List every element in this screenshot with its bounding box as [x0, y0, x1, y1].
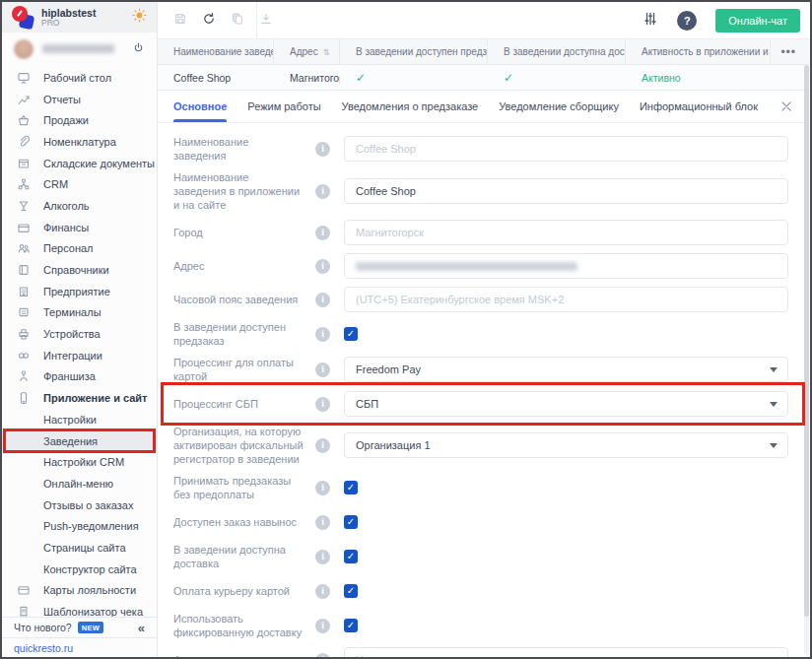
- sidebar-item-desktop[interactable]: Рабочий стол: [2, 67, 157, 89]
- close-icon[interactable]: [780, 91, 792, 122]
- copy-icon[interactable]: [231, 12, 244, 30]
- desktop-icon: [16, 71, 32, 85]
- sidebar-item-references[interactable]: Справочники: [2, 259, 157, 281]
- info-icon[interactable]: [315, 327, 330, 342]
- devices-icon: [16, 327, 32, 341]
- info-icon[interactable]: [315, 515, 330, 530]
- takeaway-checkbox[interactable]: [344, 515, 358, 529]
- info-icon[interactable]: [315, 481, 330, 495]
- sidebar-item-franchise[interactable]: Франшиза: [2, 366, 157, 388]
- address-field[interactable]: [344, 253, 788, 279]
- save-icon[interactable]: [173, 12, 187, 30]
- logout-power-icon[interactable]: [132, 40, 145, 58]
- collapse-sidebar-icon[interactable]: «: [138, 621, 145, 635]
- sidebar-item-receipt-templater[interactable]: Шаблонизатор чека: [2, 601, 157, 617]
- column-header-activity[interactable]: Активность в приложении и на сайте: [626, 39, 771, 64]
- delivery-available-checkbox[interactable]: [344, 550, 358, 563]
- timezone-field[interactable]: [344, 287, 788, 312]
- theme-sun-icon[interactable]: [132, 8, 147, 27]
- table-row[interactable]: Coffee Shop Магнитогорск,... ✓ ✓ Активно: [158, 65, 810, 91]
- tab-main[interactable]: Основное: [173, 91, 227, 122]
- sidebar-item-site-pages[interactable]: Страницы сайта: [2, 537, 157, 559]
- nomenclature-icon: [16, 135, 32, 149]
- column-header-delivery[interactable]: В заведении доступна доставка: [488, 39, 626, 64]
- info-icon[interactable]: [315, 184, 330, 199]
- refresh-icon[interactable]: [202, 12, 216, 30]
- column-header-preorder[interactable]: В заведении доступен предзаказ: [340, 39, 488, 64]
- sidebar-item-settings[interactable]: Настройки: [2, 409, 157, 430]
- scrollbar-thumb[interactable]: [804, 65, 809, 617]
- takeaway-row: Доступен заказ навынос: [173, 509, 788, 535]
- sbp-processing-select[interactable]: СБП: [344, 391, 788, 417]
- sidebar-item-sales[interactable]: Продажи: [2, 109, 157, 131]
- sidebar-item-app-and-site[interactable]: Приложение и сайт: [2, 387, 157, 409]
- sidebar-item-site-builder[interactable]: Конструктор сайта: [2, 559, 157, 580]
- preorder-available-checkbox[interactable]: [344, 327, 358, 341]
- fiscal-organization-select[interactable]: Организация 1: [344, 432, 788, 458]
- cell-delivery-check-icon: ✓: [488, 65, 626, 90]
- address-row: Адрес: [173, 253, 788, 279]
- tab-preorder-notifications[interactable]: Уведомления о предзаказе: [342, 91, 479, 122]
- tab-schedule[interactable]: Режим работы: [247, 91, 320, 122]
- sidebar-item-nomenclature[interactable]: Номенклатура: [2, 131, 157, 153]
- venue-name-field[interactable]: [344, 136, 788, 162]
- card-processing-select[interactable]: Freedom Pay: [344, 357, 788, 382]
- whats-new-link[interactable]: Что нового?: [14, 622, 72, 633]
- scrollbar[interactable]: [804, 65, 809, 655]
- main-area: ? Онлайн-чат Наименование заведения Адре…: [158, 2, 810, 657]
- info-icon[interactable]: [315, 438, 330, 453]
- download-icon[interactable]: [259, 12, 273, 30]
- info-icon[interactable]: [315, 226, 330, 240]
- fixed-delivery-use-checkbox[interactable]: [344, 619, 358, 632]
- fixed-delivery-select[interactable]: Не задана: [344, 647, 788, 657]
- sidebar-item-loyalty-cards[interactable]: Карты лояльности: [2, 580, 157, 602]
- sidebar-item-terminals[interactable]: Терминалы: [2, 302, 157, 324]
- tab-collector-notification[interactable]: Уведомление сборщику: [499, 91, 619, 122]
- info-icon[interactable]: [315, 293, 330, 307]
- courier-card-payment-checkbox[interactable]: [344, 584, 358, 598]
- sidebar-item-reports[interactable]: Отчеты: [2, 89, 157, 110]
- sidebar-item-crm-settings[interactable]: Настройки CRM: [2, 451, 157, 473]
- info-icon[interactable]: [315, 619, 330, 633]
- quickresto-link[interactable]: quickresto.ru: [14, 642, 73, 654]
- column-header-name[interactable]: Наименование заведения: [158, 39, 274, 64]
- column-settings-icon[interactable]: •••: [771, 39, 810, 64]
- sidebar-item-warehouse-docs[interactable]: Складские документы: [2, 153, 157, 174]
- sidebar-item-push-notifications[interactable]: Push-уведомления: [2, 515, 157, 537]
- info-icon[interactable]: [315, 653, 330, 658]
- sbp-processing-row: Процессинг СБП СБП: [173, 391, 788, 417]
- avatar[interactable]: [14, 39, 34, 59]
- sidebar-item-finance[interactable]: Финансы: [2, 217, 157, 238]
- sidebar-item-devices[interactable]: Устройства: [2, 323, 157, 345]
- tab-info-block[interactable]: Информационный блок: [640, 91, 758, 122]
- sidebar-item-enterprise[interactable]: Предприятие: [2, 281, 157, 302]
- filters-icon[interactable]: [643, 11, 658, 31]
- info-icon[interactable]: [315, 259, 330, 274]
- chevron-down-icon: [770, 402, 778, 407]
- city-row: Город: [173, 220, 788, 245]
- help-icon[interactable]: ?: [677, 11, 697, 31]
- sidebar-item-integrations[interactable]: Интеграции: [2, 345, 157, 366]
- sidebar-item-alcohol[interactable]: Алкоголь: [2, 195, 157, 217]
- info-icon[interactable]: [315, 550, 330, 564]
- sidebar-item-online-menu[interactable]: Онлайн-меню: [2, 473, 157, 494]
- receipt-icon: [16, 605, 32, 617]
- delivery-available-row: В заведении доступна доставка: [173, 543, 788, 570]
- sidebar-item-venues[interactable]: Заведения: [2, 430, 157, 452]
- cell-activity-status: Активно: [626, 65, 771, 90]
- site-link-bar: quickresto.ru: [2, 637, 157, 657]
- info-icon[interactable]: [315, 142, 330, 157]
- column-header-address[interactable]: Адрес: [274, 39, 340, 64]
- info-icon[interactable]: [315, 584, 330, 599]
- preorder-without-prepayment-checkbox[interactable]: [344, 481, 358, 494]
- city-field[interactable]: [344, 220, 788, 245]
- venue-app-name-field[interactable]: [344, 178, 788, 204]
- fiscal-organization-row: Организация, на которую активирован фиск…: [173, 425, 788, 466]
- sidebar-item-crm[interactable]: CRM: [2, 173, 157, 195]
- info-icon[interactable]: [315, 397, 330, 412]
- online-chat-button[interactable]: Онлайн-чат: [715, 9, 800, 33]
- info-icon[interactable]: [315, 362, 330, 377]
- sidebar-item-staff[interactable]: Персонал: [2, 238, 157, 260]
- sidebar-item-order-reviews[interactable]: Отзывы о заказах: [2, 494, 157, 516]
- fixed-delivery-row: Фиксированная доставка Не задана: [173, 647, 788, 657]
